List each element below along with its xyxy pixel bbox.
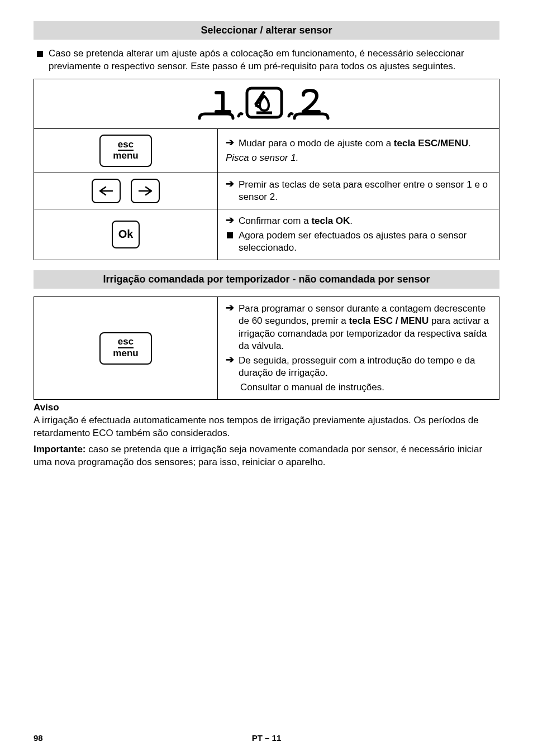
row4-text-cell: ➔ Confirmar com a tecla OK. Agora podem … (218, 209, 499, 260)
arrow-right-icon: ➔ (226, 215, 234, 226)
bullet-square-icon (227, 232, 233, 238)
footer-center: PT – 11 (34, 733, 499, 743)
arrow-right-icon: ➔ (226, 303, 234, 314)
row2-line1-bold: tecla ESC/MENU (394, 138, 468, 149)
s2-line3: Consultar o manual de instruções. (240, 381, 491, 394)
bullet-square-icon (37, 51, 43, 57)
esc-label: esc (118, 140, 134, 151)
row2-line1-a: Mudar para o modo de ajuste com a (239, 138, 394, 149)
esc-menu-button-cell: esc menu (34, 128, 218, 173)
aviso-paragraph-1: A irrigação é efectuada automaticamente … (34, 414, 499, 440)
arrow-right-icon: ➔ (226, 355, 234, 366)
arrow-left-button-icon (92, 179, 121, 203)
ok-label: Ok (118, 228, 134, 240)
aviso-heading: Aviso (34, 402, 499, 413)
instruction-table-2: esc menu ➔ Para programar o sensor duran… (34, 296, 499, 400)
row4-line1: Confirmar com a tecla OK. (239, 215, 491, 227)
arrow-buttons-cell (34, 173, 218, 209)
menu-label: menu (113, 151, 138, 161)
s2-line1: Para programar o sensor durante a contag… (239, 303, 491, 352)
ok-button-icon: Ok (112, 221, 140, 248)
section-title-2: Irrigação comandada por temporizador - n… (34, 270, 499, 289)
arrow-right-icon: ➔ (226, 179, 234, 190)
s2-line2: De seguida, prosseguir com a introdução … (239, 355, 491, 379)
aviso-p2-text: caso se pretenda que a irrigação seja no… (34, 444, 482, 467)
esc-menu-button-icon: esc menu (99, 135, 152, 167)
row2-text-cell: ➔ Mudar para o modo de ajuste com a tecl… (218, 128, 499, 173)
row2-line1: Mudar para o modo de ajuste com a tecla … (239, 137, 491, 150)
row4-line1-a: Confirmar com a (239, 216, 311, 226)
row2-line2: Pisca o sensor 1. (226, 152, 491, 164)
s2-line1-bold: tecla ESC / MENU (349, 315, 429, 326)
esc-menu-button-cell-2: esc menu (34, 297, 218, 400)
instruction-table-1: esc menu ➔ Mudar para o modo de ajuste c… (34, 79, 499, 260)
row3-text-cell: ➔ Premir as teclas de seta para escolher… (218, 173, 499, 209)
sensor-glyph-cell (34, 79, 499, 128)
esc-label-2: esc (118, 337, 134, 348)
s2-text-cell: ➔ Para programar o sensor durante a cont… (218, 297, 499, 400)
intro-paragraph: Caso se pretenda alterar um ajuste após … (34, 47, 499, 73)
row4-line2: Agora podem ser efectuados os ajustes pa… (239, 229, 491, 254)
intro-text: Caso se pretenda alterar um ajuste após … (49, 47, 499, 73)
section-title-1: Seleccionar / alterar sensor (34, 21, 499, 40)
row3-line: Premir as teclas de seta para escolher e… (239, 179, 491, 203)
esc-menu-button-icon: esc menu (99, 332, 152, 365)
ok-button-cell: Ok (34, 209, 218, 260)
aviso-paragraph-2: Importante: caso se pretenda que a irrig… (34, 443, 499, 469)
arrow-right-button-icon (131, 179, 160, 203)
row2-line1-c: . (468, 138, 471, 149)
sensor-1-2-icon (194, 85, 339, 123)
aviso-p2-bold: Importante: (34, 444, 86, 454)
menu-label-2: menu (113, 348, 138, 358)
row4-line1-bold: tecla OK (311, 216, 350, 226)
arrow-right-icon: ➔ (226, 137, 234, 149)
row4-line1-c: . (350, 216, 353, 226)
